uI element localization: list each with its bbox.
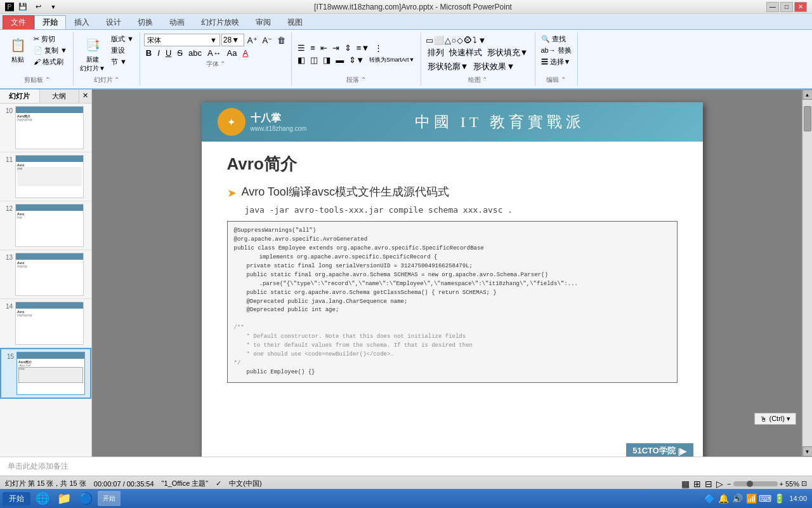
slide-thumb-12[interactable]: 12 Avro 内容 bbox=[0, 201, 91, 250]
view-reading-button[interactable]: ⊟ bbox=[705, 479, 712, 489]
font-size-box[interactable]: 28 ▼ bbox=[221, 34, 244, 46]
font-color-button[interactable]: A bbox=[240, 48, 250, 58]
align-right-button[interactable]: ◨ bbox=[321, 55, 332, 65]
slide-thumb-14[interactable]: 14 Avro 内容内容内容 bbox=[0, 299, 91, 348]
taskbar-ie-icon[interactable]: 🌐 bbox=[33, 491, 52, 505]
shape-6[interactable]: ⭙ bbox=[464, 36, 472, 45]
font-name-dropdown[interactable]: ▼ bbox=[210, 36, 217, 44]
tab-animations[interactable]: 动画 bbox=[161, 15, 193, 29]
taskbar-chrome-icon[interactable]: 🔵 bbox=[76, 491, 95, 505]
bold-button[interactable]: B bbox=[144, 48, 154, 58]
shape-1[interactable]: ▭ bbox=[426, 36, 433, 45]
select-button[interactable]: ☰ 选择▼ bbox=[539, 57, 573, 67]
new-slide-button[interactable]: 📑 新建幻灯片▼ bbox=[77, 34, 108, 74]
decrease-indent-button[interactable]: ⇤ bbox=[318, 43, 329, 53]
tab-insert[interactable]: 插入 bbox=[66, 15, 98, 29]
tray-icon-6[interactable]: 🔋 bbox=[773, 492, 785, 505]
font-increase-button[interactable]: A⁺ bbox=[246, 35, 259, 46]
shape-4[interactable]: ○ bbox=[452, 36, 457, 45]
justify-button[interactable]: ▬ bbox=[334, 55, 346, 65]
ctrl-badge[interactable]: 🖱 (Ctrl) ▾ bbox=[754, 413, 797, 425]
fit-window-button[interactable]: ⊡ bbox=[801, 479, 807, 488]
section-button[interactable]: 节 ▼ bbox=[109, 57, 136, 67]
close-button[interactable]: ✕ bbox=[794, 2, 807, 12]
scroll-up-button[interactable]: ▲ bbox=[802, 90, 813, 100]
tray-icon-5[interactable]: ⌨ bbox=[759, 492, 771, 505]
tab-slides[interactable]: 幻灯片 bbox=[0, 90, 40, 103]
shadow-button[interactable]: abc bbox=[187, 48, 204, 58]
clear-format-button[interactable]: 🗑 bbox=[275, 35, 287, 46]
canvas-area[interactable]: ✦ 十八掌 www.it18zhang.com 中國 IT 教育實戰派 Avro… bbox=[92, 90, 812, 457]
tray-icon-4[interactable]: 📶 bbox=[745, 492, 757, 505]
zoom-out-button[interactable]: − bbox=[727, 480, 731, 488]
tab-review[interactable]: 审阅 bbox=[247, 15, 279, 29]
view-normal-button[interactable]: ▦ bbox=[681, 479, 690, 489]
reset-button[interactable]: 重设 bbox=[109, 45, 136, 56]
slide-thumb-13[interactable]: 13 Avro 内容内容 bbox=[0, 250, 91, 299]
cut-button[interactable]: ✂ 剪切 bbox=[32, 34, 69, 44]
taskbar-folder-icon[interactable]: 📁 bbox=[55, 491, 74, 505]
numbered-list-button[interactable]: ≡ bbox=[308, 43, 317, 53]
start-button[interactable]: 开始 bbox=[3, 492, 30, 505]
slide-thumb-11[interactable]: 11 Avro 代码 bbox=[0, 152, 91, 201]
smartart-button[interactable]: 转换为SmartArt▼ bbox=[367, 55, 416, 65]
slide[interactable]: ✦ 十八掌 www.it18zhang.com 中國 IT 教育實戰派 Avro… bbox=[202, 102, 703, 457]
strikethrough-button[interactable]: S bbox=[175, 48, 185, 58]
quick-more[interactable]: ▼ bbox=[47, 1, 60, 13]
restore-button[interactable]: □ bbox=[780, 2, 793, 12]
minimize-button[interactable]: — bbox=[766, 2, 779, 12]
view-slideshow-button[interactable]: ▷ bbox=[716, 479, 723, 489]
font-decrease-button[interactable]: A⁻ bbox=[261, 35, 275, 46]
font-size-dropdown[interactable]: ▼ bbox=[232, 36, 239, 44]
shape-effects-button[interactable]: 形状效果▼ bbox=[471, 60, 516, 73]
shape-fill-button[interactable]: 形状填充▼ bbox=[485, 46, 530, 59]
shape-5[interactable]: ◇ bbox=[457, 36, 463, 45]
tab-file[interactable]: 文件 bbox=[3, 15, 34, 29]
tab-slideshow[interactable]: 幻灯片放映 bbox=[193, 15, 247, 29]
tab-design[interactable]: 设计 bbox=[98, 15, 129, 29]
arrange-button[interactable]: 排列 bbox=[426, 46, 446, 59]
scroll-handle[interactable] bbox=[804, 106, 811, 131]
paste-button[interactable]: 📋 粘贴 bbox=[5, 34, 30, 65]
case-button[interactable]: Aa bbox=[225, 48, 239, 58]
slide-thumb-10[interactable]: 10 Avro简介 内容内容内容 bbox=[0, 104, 91, 152]
find-button[interactable]: 🔍 查找 bbox=[539, 34, 573, 44]
increase-indent-button[interactable]: ⇥ bbox=[331, 43, 341, 53]
columns-button[interactable]: ⋮ bbox=[372, 43, 384, 53]
replace-button[interactable]: ab→ 替换 bbox=[539, 45, 573, 56]
slide-thumb-15[interactable]: 15 Avro简介 • Avro Tool 代码块 bbox=[0, 348, 91, 399]
shape-2[interactable]: ⬜ bbox=[434, 36, 444, 45]
font-name-box[interactable]: 宋体 ▼ bbox=[144, 34, 220, 46]
text-direction-button[interactable]: ⇕ bbox=[343, 43, 353, 53]
taskbar-ppt-item[interactable]: 开始 bbox=[98, 491, 121, 506]
align-left-button[interactable]: ◧ bbox=[296, 55, 307, 65]
layout-button[interactable]: 版式 ▼ bbox=[109, 34, 136, 44]
tab-outline[interactable]: 大纲 bbox=[40, 90, 80, 103]
notes-area[interactable]: 单击此处添加备注 bbox=[0, 457, 812, 476]
copy-button[interactable]: 📄 复制 ▼ bbox=[32, 45, 69, 56]
quick-styles-button[interactable]: 快速样式 bbox=[447, 46, 484, 59]
quick-undo[interactable]: ↩ bbox=[32, 1, 44, 13]
tab-home[interactable]: 开始 bbox=[34, 15, 66, 29]
align-center-button[interactable]: ◫ bbox=[308, 55, 320, 65]
italic-button[interactable]: I bbox=[155, 48, 162, 58]
quick-save[interactable]: 💾 bbox=[16, 1, 29, 13]
format-painter-button[interactable]: 🖌 格式刷 bbox=[32, 57, 69, 67]
tray-icon-3[interactable]: 🔊 bbox=[731, 492, 743, 505]
shape-outline-button[interactable]: 形状轮廓▼ bbox=[426, 60, 471, 73]
spell-check-icon[interactable]: ✓ bbox=[216, 479, 221, 488]
shape-more[interactable]: ▼ bbox=[478, 36, 486, 45]
vertical-scrollbar[interactable]: ▲ ▼ bbox=[802, 90, 812, 457]
view-slide-sorter-button[interactable]: ⊞ bbox=[693, 479, 701, 489]
tray-icon-2[interactable]: 🔔 bbox=[717, 492, 730, 505]
shape-7[interactable]: ⤵ bbox=[473, 36, 477, 45]
underline-button[interactable]: U bbox=[164, 48, 173, 58]
zoom-in-button[interactable]: + bbox=[780, 480, 783, 488]
zoom-slider[interactable] bbox=[733, 481, 778, 486]
scroll-down-button[interactable]: ▼ bbox=[802, 446, 813, 457]
line-spacing-button[interactable]: ⇕▼ bbox=[347, 55, 366, 65]
close-panel-button[interactable]: ✕ bbox=[79, 90, 91, 103]
spacing-button[interactable]: A↔ bbox=[206, 48, 223, 58]
tab-transitions[interactable]: 切换 bbox=[129, 15, 161, 29]
shape-3[interactable]: △ bbox=[445, 36, 451, 45]
